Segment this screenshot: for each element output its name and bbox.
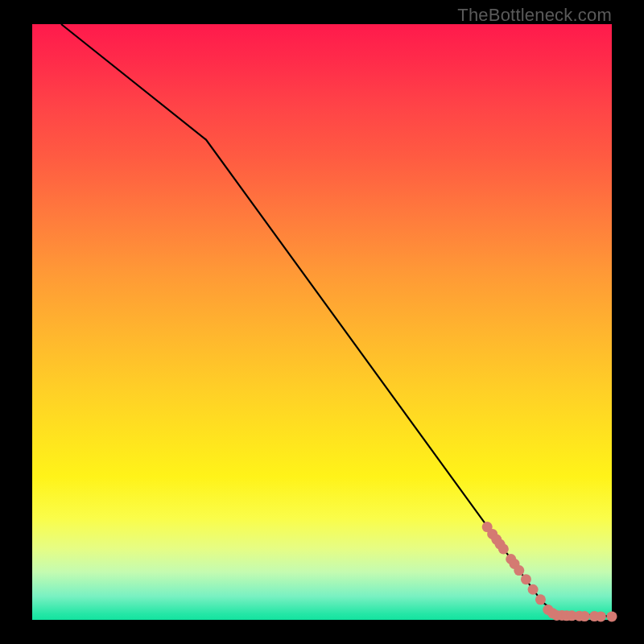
data-point: [607, 611, 617, 621]
data-point: [580, 611, 590, 621]
main-curve: [61, 24, 612, 617]
data-point: [535, 594, 546, 605]
chart-frame: TheBottleneck.com: [0, 0, 644, 644]
data-point: [528, 584, 539, 595]
data-point: [514, 565, 524, 576]
plot-area: [32, 24, 612, 620]
data-point: [521, 574, 531, 584]
watermark-text: TheBottleneck.com: [457, 5, 612, 26]
curve-line: [61, 24, 612, 617]
chart-overlay: [32, 24, 612, 620]
data-point: [498, 543, 509, 554]
data-point: [596, 611, 606, 621]
scatter-points: [482, 522, 617, 621]
